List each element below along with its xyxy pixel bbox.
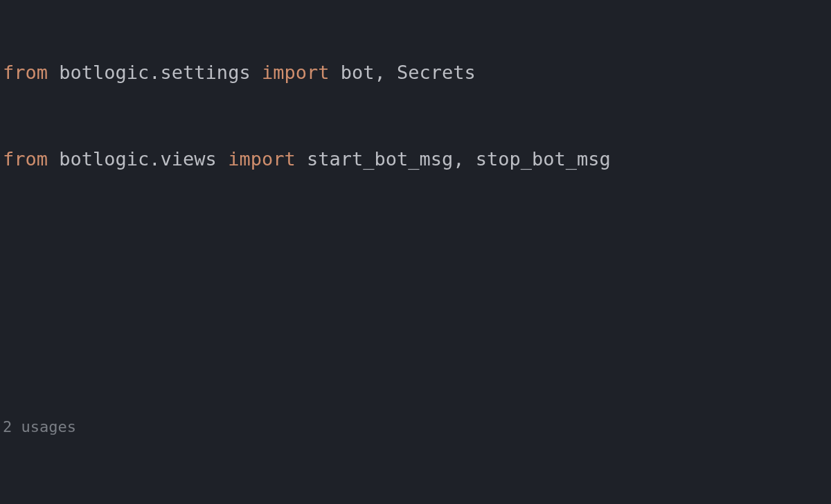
- code-line-def-start-bot: async def start_bot():: [0, 498, 831, 504]
- keyword-from: from: [3, 62, 48, 83]
- blank-line: [0, 318, 831, 348]
- usages-hint[interactable]: 2 usages: [0, 406, 831, 440]
- imported-names: start_bot_msg, stop_bot_msg: [307, 148, 611, 170]
- keyword-import: import: [262, 62, 330, 83]
- imported-names: bot, Secrets: [341, 62, 476, 83]
- module-path: botlogic.views: [59, 148, 217, 170]
- module-path: botlogic.settings: [59, 62, 250, 83]
- code-editor[interactable]: from botlogic.settings import bot, Secre…: [0, 0, 831, 504]
- blank-line: [0, 232, 831, 261]
- keyword-from: from: [3, 148, 48, 170]
- code-line-import-1: from botlogic.settings import bot, Secre…: [0, 58, 831, 87]
- keyword-import: import: [228, 148, 296, 170]
- code-line-import-2: from botlogic.views import start_bot_msg…: [0, 145, 831, 174]
